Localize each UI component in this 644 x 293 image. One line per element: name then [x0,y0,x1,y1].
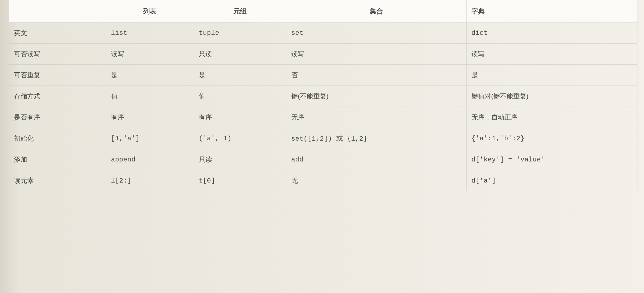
table-cell: 只读 [194,44,286,65]
table-head: 列表 元组 集合 字典 [9,0,637,22]
table-cell: 无序，自动正序 [466,107,637,128]
table-cell: 值 [194,86,286,107]
table-row: 存储方式值值键(不能重复)键值对(键不能重复) [9,86,637,107]
row-label: 读元素 [9,170,106,191]
table-cell: 读写 [466,44,637,65]
table-cell: 读写 [106,44,194,65]
table-cell: 键(不能重复) [286,86,466,107]
table-cell: 是 [106,65,194,86]
table-cell: list [106,22,194,44]
table-header-row: 列表 元组 集合 字典 [9,0,637,22]
comparison-table: 列表 元组 集合 字典 英文listtuplesetdict可否读写读写只读读写… [9,0,637,191]
table-cell: tuple [194,22,286,44]
table-cell: add [286,149,466,170]
table-row: 可否读写读写只读读写读写 [9,44,637,65]
table-row: 读元素l[2:]t[0]无d['a'] [9,170,637,191]
table-cell: 是 [194,65,286,86]
row-label: 英文 [9,22,106,44]
row-label: 添加 [9,149,106,170]
table-row: 初始化[1,'a']('a', 1)set([1,2]) 或 {1,2}{'a'… [9,128,637,149]
table-cell: t[0] [194,170,286,191]
row-label: 存储方式 [9,86,106,107]
row-label: 可否重复 [9,65,106,86]
table-header-cell: 字典 [466,0,637,22]
table-row: 是否有序有序有序无序无序，自动正序 [9,107,637,128]
table-cell: l[2:] [106,170,194,191]
page: 列表 元组 集合 字典 英文listtuplesetdict可否读写读写只读读写… [0,0,644,198]
table-cell: d['a'] [466,170,637,191]
table-cell: 键值对(键不能重复) [466,86,637,107]
table-cell: append [106,149,194,170]
table-header-cell: 集合 [286,0,466,22]
table-cell: 有序 [194,107,286,128]
table-cell: 只读 [194,149,286,170]
table-cell: 是 [466,65,637,86]
table-cell: 值 [106,86,194,107]
table-cell: set [286,22,466,44]
table-cell: set([1,2]) 或 {1,2} [286,128,466,149]
table-cell: {'a':1,'b':2} [466,128,637,149]
table-row: 可否重复是是否是 [9,65,637,86]
table-cell: dict [466,22,637,44]
table-cell: d['key'] = 'value' [466,149,637,170]
table-row: 添加append只读addd['key'] = 'value' [9,149,637,170]
table-row: 英文listtuplesetdict [9,22,637,44]
table-cell: ('a', 1) [194,128,286,149]
table-header-cell: 列表 [106,0,194,22]
row-label: 可否读写 [9,44,106,65]
table-cell: 有序 [106,107,194,128]
table-cell: 无序 [286,107,466,128]
table-cell: 无 [286,170,466,191]
table-cell: 否 [286,65,466,86]
table-body: 英文listtuplesetdict可否读写读写只读读写读写可否重复是是否是存储… [9,22,637,191]
table-header-cell [9,0,106,22]
row-label: 初始化 [9,128,106,149]
row-label: 是否有序 [9,107,106,128]
table-header-cell: 元组 [194,0,286,22]
table-cell: 读写 [286,44,466,65]
table-cell: [1,'a'] [106,128,194,149]
